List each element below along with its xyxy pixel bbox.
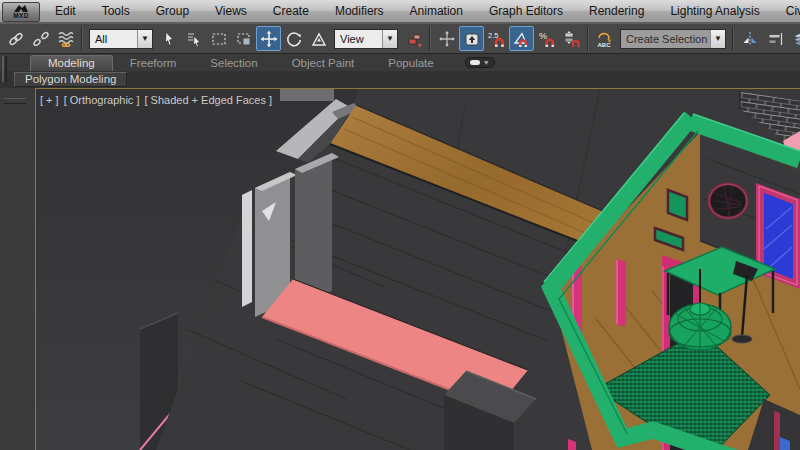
align-icon [766,30,784,48]
window-crossing-icon [235,30,253,48]
ribbon-display-toggle-button[interactable]: ▼ [465,57,495,68]
menu-lighting-analysis[interactable]: Lighting Analysis [657,0,772,22]
rotate-icon [285,30,303,48]
percent-snap-toggle-button[interactable]: % [534,26,559,51]
active-viewport[interactable]: [ + ] [ Orthographic ] [ Shaded + Edged … [35,88,800,450]
window-crossing-toggle-button[interactable] [231,26,256,51]
svg-text:ABC: ABC [597,41,611,47]
viewport-pov-label[interactable]: [ Orthographic ] [64,94,140,106]
dropdown-arrow-icon[interactable]: ▼ [710,30,725,48]
scale-icon [310,30,328,48]
select-and-link-button[interactable] [3,26,28,51]
select-by-name-button[interactable] [181,26,206,51]
pivot-center-icon [405,30,423,48]
ribbon-toggle-dot-icon [470,60,480,65]
chevron-down-icon: ▼ [483,59,490,66]
selection-filter-dropdown[interactable]: All ▼ [89,29,153,49]
select-by-name-icon [185,30,203,48]
tab-populate[interactable]: Populate [371,56,450,71]
layer-manager-button[interactable] [787,26,800,51]
cursor-icon [160,30,178,48]
toolbar-separator [429,27,431,51]
manipulate-icon [438,30,456,48]
named-selection-sets-dropdown[interactable]: Create Selection Se ▼ [620,29,726,49]
menu-animation[interactable]: Animation [397,0,476,22]
unlink-selection-button[interactable] [28,26,53,51]
ribbon-panel-row: Polygon Modeling [0,71,800,88]
dashed-rect-icon [210,30,228,48]
spinner-snap-toggle-button[interactable] [559,26,584,51]
scene-dartboard [709,184,747,218]
svg-text:%: % [539,31,547,41]
menu-civil-view[interactable]: Civil View [773,0,800,22]
select-object-button[interactable] [156,26,181,51]
angle-snap-toggle-button[interactable] [509,26,534,51]
space-warp-icon [57,30,75,48]
keyboard-shortcut-override-button[interactable] [459,26,484,51]
select-and-manipulate-button[interactable] [434,26,459,51]
coord-system-value: View [335,33,382,45]
viewport-label: [ + ] [ Orthographic ] [ Shaded + Edged … [40,94,272,106]
3ds-max-window: MXD Edit Tools Group Views Create Modifi… [0,0,800,450]
polygon-modeling-panel-button[interactable]: Polygon Modeling [14,72,127,87]
toolbar-separator [732,27,734,51]
edit-named-selection-sets-button[interactable]: ABC [592,26,617,51]
workspace: [ + ] [ Orthographic ] [ Shaded + Edged … [0,88,800,450]
menu-graph-editors[interactable]: Graph Editors [476,0,576,22]
named-selection-sets-value: Create Selection Se [621,33,710,45]
viewport-shading-label[interactable]: [ Shaded + Edged Faces ] [144,94,272,106]
named-sets-abc-icon: ABC [595,30,615,48]
menu-views[interactable]: Views [202,0,260,22]
toolbar-separator [587,27,589,51]
reference-coordinate-system-dropdown[interactable]: View ▼ [334,29,398,49]
select-and-move-button[interactable] [256,26,281,51]
viewport-canvas[interactable] [36,89,800,450]
application-menu-button[interactable]: MXD [2,2,40,22]
panel-grip-handle[interactable] [4,98,26,104]
main-toolbar: All ▼ [0,23,800,54]
rectangular-selection-region-button[interactable] [206,26,231,51]
ribbon-tab-bar: Modeling Freeform Selection Object Paint… [0,54,800,71]
snap-2p5-magnet-icon: 2.5 [487,30,507,48]
snap-toggle-2p5d-button[interactable]: 2.5 [484,26,509,51]
select-and-scale-button[interactable] [306,26,331,51]
viewport-menu-plus[interactable]: [ + ] [40,94,59,106]
menu-edit[interactable]: Edit [42,0,89,22]
dropdown-arrow-icon[interactable]: ▼ [137,30,152,48]
menu-create[interactable]: Create [260,0,322,22]
tab-object-paint[interactable]: Object Paint [275,56,372,71]
toolbar-separator [81,27,83,51]
broken-link-icon [32,30,50,48]
menu-rendering[interactable]: Rendering [576,0,657,22]
tab-selection[interactable]: Selection [193,56,274,71]
select-and-rotate-button[interactable] [281,26,306,51]
angle-snap-magnet-icon [512,30,532,48]
menu-bar: MXD Edit Tools Group Views Create Modifi… [0,0,800,23]
mirror-button[interactable] [737,26,762,51]
keyboard-key-icon [463,30,481,48]
link-icon [7,30,25,48]
left-panel-strip [0,88,35,450]
percent-snap-magnet-icon: % [537,30,557,48]
menu-tools[interactable]: Tools [89,0,143,22]
selection-filter-value: All [90,33,137,45]
tab-modeling[interactable]: Modeling [30,55,113,71]
mirror-icon [741,30,759,48]
menu-modifiers[interactable]: Modifiers [322,0,397,22]
ribbon-drag-grip[interactable] [2,56,7,82]
bind-to-space-warp-button[interactable] [53,26,78,51]
move-arrows-icon [260,30,278,48]
layers-icon [791,30,800,48]
spinner-snap-magnet-icon [562,30,582,48]
dropdown-arrow-icon[interactable]: ▼ [382,30,397,48]
align-button[interactable] [762,26,787,51]
use-pivot-point-center-button[interactable] [401,26,426,51]
tab-freeform[interactable]: Freeform [113,56,194,71]
application-menu-label: MXD [13,13,29,19]
menu-group[interactable]: Group [143,0,202,22]
